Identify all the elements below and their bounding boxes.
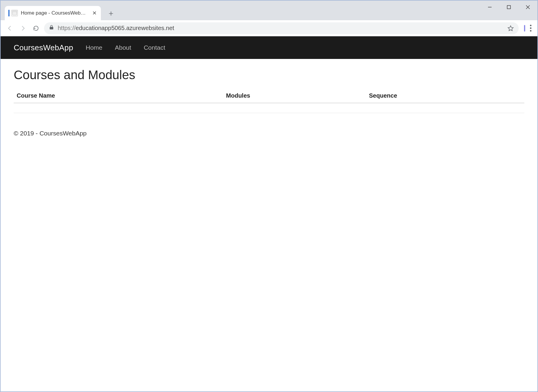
forward-button[interactable] — [18, 23, 28, 33]
close-window-button[interactable] — [518, 1, 537, 14]
table-header-row: Course Name Modules Sequence — [14, 89, 524, 103]
page-viewport: CoursesWebApp Home About Contact Courses… — [1, 36, 537, 391]
footer-text: © 2019 - CoursesWebApp — [1, 122, 537, 145]
url-protocol: https:// — [58, 25, 76, 31]
address-bar[interactable]: https://educationapp5065.azurewebsites.n… — [44, 22, 519, 34]
tab-accent — [8, 10, 10, 16]
url-host: educationapp5065.azurewebsites.net — [76, 25, 174, 31]
browser-tabs: Home page - CoursesWebApp ✕ ＋ — [1, 1, 117, 20]
maximize-button[interactable] — [499, 1, 518, 14]
tab-title: Home page - CoursesWebApp — [21, 10, 86, 16]
reload-button[interactable] — [31, 23, 41, 33]
nav-link-home[interactable]: Home — [86, 44, 102, 51]
site-navbar: CoursesWebApp Home About Contact — [1, 36, 537, 59]
col-header-modules: Modules — [223, 89, 366, 103]
minimize-button[interactable] — [480, 1, 499, 14]
new-tab-button[interactable]: ＋ — [105, 7, 117, 19]
close-tab-icon[interactable]: ✕ — [92, 10, 97, 16]
nav-link-contact[interactable]: Contact — [144, 44, 165, 51]
browser-tab-strip: Home page - CoursesWebApp ✕ ＋ — [1, 1, 537, 20]
nav-link-about[interactable]: About — [115, 44, 131, 51]
favicon-icon — [11, 10, 18, 16]
url-text: https://educationapp5065.azurewebsites.n… — [58, 25, 174, 32]
table-row — [14, 103, 524, 113]
browser-toolbar: https://educationapp5065.azurewebsites.n… — [1, 20, 537, 36]
svg-marker-4 — [508, 26, 513, 31]
col-header-course-name: Course Name — [14, 89, 223, 103]
bookmark-star-icon[interactable] — [507, 25, 514, 32]
toolbar-right-icons — [524, 25, 531, 32]
window-controls — [480, 1, 537, 14]
lock-icon — [49, 25, 54, 32]
account-indicator-icon[interactable] — [524, 25, 525, 32]
courses-table-body — [14, 103, 524, 113]
courses-table: Course Name Modules Sequence — [14, 89, 524, 113]
back-button[interactable] — [5, 23, 15, 33]
col-header-sequence: Sequence — [366, 89, 524, 103]
page-body: Courses and Modules Course Name Modules … — [1, 59, 537, 122]
browser-tab-active[interactable]: Home page - CoursesWebApp ✕ — [5, 6, 101, 20]
page-title: Courses and Modules — [14, 68, 524, 82]
svg-rect-1 — [507, 6, 511, 9]
brand-label[interactable]: CoursesWebApp — [14, 43, 73, 52]
browser-menu-button[interactable] — [530, 25, 531, 32]
